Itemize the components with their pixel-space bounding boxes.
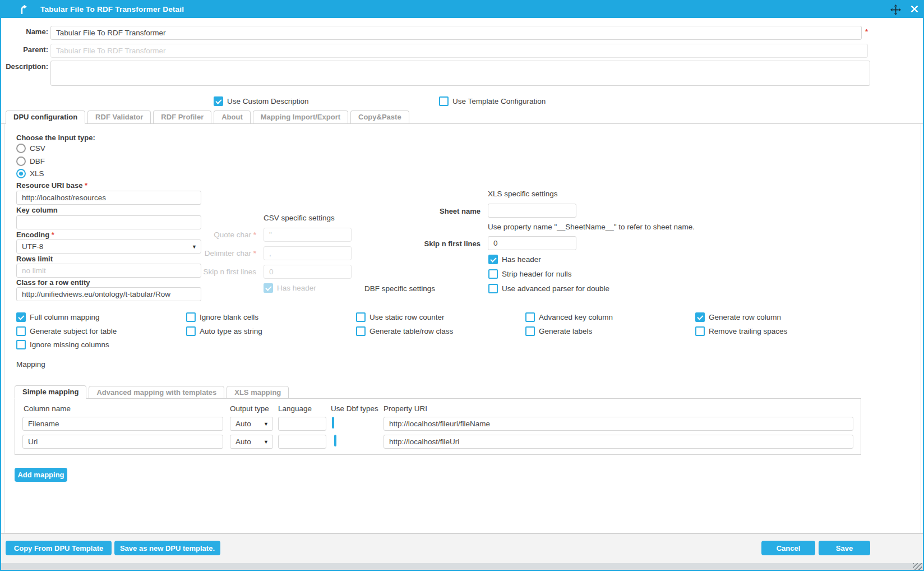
auto-type-string-checkbox[interactable] <box>186 326 196 336</box>
dbf-settings-title: DBF specific settings <box>364 284 435 293</box>
xls-has-header-checkbox[interactable] <box>488 255 498 264</box>
key-column-input[interactable] <box>16 215 201 229</box>
radio-row-dbf: DBF <box>16 156 45 166</box>
advanced-parser-label: Use advanced parser for double <box>502 284 609 293</box>
tab-rdf-profiler[interactable]: RDF Profiler <box>153 110 211 123</box>
input-type-label: Choose the input type: <box>16 133 95 142</box>
csv-radio-label: CSV <box>30 144 45 153</box>
full-column-mapping-checkbox[interactable] <box>16 312 26 322</box>
mapping-row-property-uri-input[interactable] <box>384 417 853 431</box>
xls-skip-lines-label: Skip n first lines <box>405 240 481 248</box>
remove-trailing-spaces-checkbox[interactable] <box>695 326 705 336</box>
ignore-missing-columns-checkbox[interactable] <box>16 340 26 349</box>
output-type-value: Auto <box>235 420 251 428</box>
csv-settings-title: CSV specific settings <box>264 214 335 222</box>
name-label: Name: <box>1 27 48 36</box>
use-template-configuration-label: Use Template Configuration <box>452 97 546 105</box>
mapping-row-output-type-select[interactable]: Auto ▼ <box>230 435 273 449</box>
strip-header-row: Strip header for nulls <box>488 269 572 279</box>
use-dbf-types-header: Use Dbf types <box>331 404 378 413</box>
xls-skip-lines-input[interactable] <box>488 236 576 250</box>
tab-dpu-configuration[interactable]: DPU configuration <box>6 110 85 124</box>
generate-row-column-checkbox[interactable] <box>695 312 705 322</box>
tab-mapping-import-export[interactable]: Mapping Import/Export <box>253 110 348 123</box>
use-custom-description-checkbox[interactable] <box>214 96 223 106</box>
status-bar <box>1 563 923 570</box>
move-icon[interactable] <box>890 4 901 17</box>
tab-simple-mapping[interactable]: Simple mapping <box>15 385 86 399</box>
dbf-radio[interactable] <box>16 156 26 166</box>
language-header: Language <box>278 404 312 413</box>
save-as-new-dpu-template-button[interactable]: Save as new DPU template. <box>114 541 220 555</box>
sheet-name-hint: Use property name "__SheetName__" to ref… <box>488 223 695 231</box>
use-custom-description-row: Use Custom Description <box>214 96 309 106</box>
mapping-row-use-dbf-checkbox[interactable] <box>334 435 336 446</box>
copy-from-dpu-template-button[interactable]: Copy From DPU Template <box>6 541 112 555</box>
resize-grip-icon[interactable] <box>913 563 922 570</box>
sheet-name-label: Sheet name <box>405 207 481 215</box>
save-button[interactable]: Save <box>819 541 870 555</box>
tab-advanced-mapping[interactable]: Advanced mapping with templates <box>89 386 224 399</box>
close-icon[interactable] <box>909 4 920 16</box>
tab-about[interactable]: About <box>214 110 251 123</box>
strip-header-label: Strip header for nulls <box>502 270 572 278</box>
main-tab-bar: DPU configuration RDF Validator RDF Prof… <box>1 111 923 124</box>
ignore-blank-cells-label: Ignore blank cells <box>200 313 258 321</box>
title-bar[interactable]: Tabular File To RDF Transformer Detail <box>1 1 923 18</box>
generate-labels-checkbox[interactable] <box>525 326 535 336</box>
mapping-row-output-type-select[interactable]: Auto ▼ <box>230 417 273 431</box>
caret-down-icon: ▼ <box>264 435 269 448</box>
rows-limit-input[interactable] <box>16 264 201 278</box>
mapping-row-column-name-input[interactable] <box>22 435 223 449</box>
generate-labels-label: Generate labels <box>539 327 592 335</box>
resource-uri-base-input[interactable] <box>16 191 201 205</box>
tab-copy-paste[interactable]: Copy&Paste <box>350 110 409 123</box>
output-type-header: Output type <box>230 404 269 413</box>
key-column-label: Key column <box>16 206 58 214</box>
mapping-row-language-input[interactable] <box>278 417 326 431</box>
name-required-asterisk: * <box>865 27 868 36</box>
encoding-select-value: UTF-8 <box>22 242 43 251</box>
parent-input <box>50 44 868 58</box>
row-class-input[interactable] <box>16 287 201 301</box>
radio-row-csv: CSV <box>16 144 45 153</box>
encoding-label: Encoding <box>16 231 54 239</box>
use-template-configuration-checkbox[interactable] <box>439 96 449 106</box>
add-mapping-button[interactable]: Add mapping <box>15 468 67 482</box>
tab-rdf-validator[interactable]: RDF Validator <box>87 110 151 123</box>
advanced-parser-checkbox[interactable] <box>488 284 498 293</box>
advanced-key-column-checkbox[interactable] <box>525 312 535 322</box>
csv-radio[interactable] <box>16 144 26 153</box>
xls-radio[interactable] <box>16 169 26 178</box>
mapping-row-language-input[interactable] <box>278 435 326 449</box>
encoding-select[interactable]: UTF-8 ▼ <box>16 240 201 254</box>
generate-subject-checkbox[interactable] <box>16 326 26 336</box>
ignore-missing-columns-label: Ignore missing columns <box>30 340 109 349</box>
property-uri-header: Property URI <box>384 404 427 413</box>
full-column-mapping-label: Full column mapping <box>30 313 100 321</box>
quote-char-label: Quote char <box>189 231 256 239</box>
strip-header-checkbox[interactable] <box>488 269 498 279</box>
xls-settings-title: XLS specific settings <box>488 190 558 198</box>
mapping-row-column-name-input[interactable] <box>22 417 223 431</box>
auto-type-string-label: Auto type as string <box>200 327 262 335</box>
table-row-class-label: Generate table/row class <box>369 327 453 335</box>
cancel-button[interactable]: Cancel <box>761 541 815 555</box>
mapping-section-label: Mapping <box>16 360 45 369</box>
mapping-row-property-uri-input[interactable] <box>384 435 853 449</box>
sheet-name-input[interactable] <box>488 204 576 218</box>
xls-has-header-label: Has header <box>502 255 541 264</box>
xls-has-header-row: Has header <box>488 255 541 264</box>
dpu-detail-dialog: Tabular File To RDF Transformer Detail N… <box>0 0 924 571</box>
quote-char-input <box>264 228 352 242</box>
table-row-class-checkbox[interactable] <box>356 326 366 336</box>
csv-has-header-checkbox <box>264 283 273 293</box>
static-row-counter-checkbox[interactable] <box>356 312 366 322</box>
mapping-row-use-dbf-checkbox[interactable] <box>332 417 334 429</box>
tab-panel-left-border <box>4 124 5 533</box>
ignore-blank-cells-checkbox[interactable] <box>186 312 196 322</box>
static-row-counter-label: Use static row counter <box>369 313 445 321</box>
name-input[interactable] <box>50 26 862 40</box>
description-textarea[interactable] <box>50 61 870 86</box>
tab-xls-mapping[interactable]: XLS mapping <box>227 386 289 399</box>
